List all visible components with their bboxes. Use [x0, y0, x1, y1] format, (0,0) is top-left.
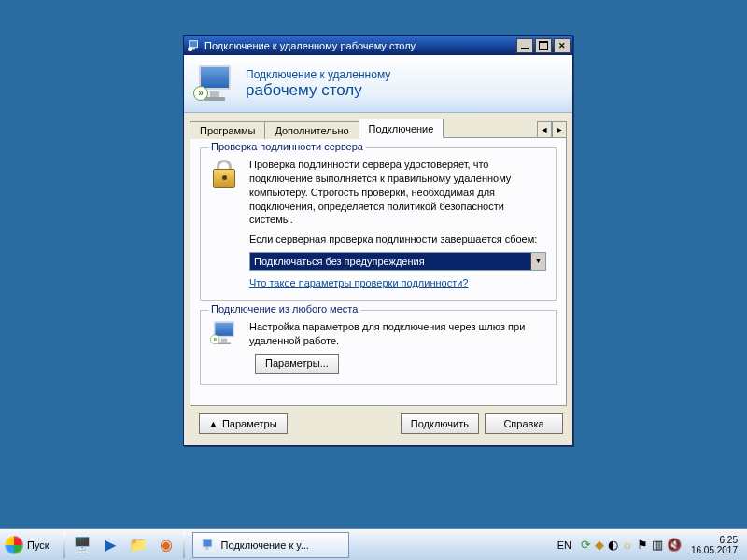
lock-icon	[210, 158, 242, 290]
tab-connection[interactable]: Подключение	[359, 119, 444, 138]
auth-description: Проверка подлинности сервера удостоверяе…	[249, 158, 546, 227]
chevron-down-icon: ▼	[530, 253, 545, 270]
tab-scroll: ◄ ►	[537, 121, 567, 138]
tray-app-icon[interactable]: ◆	[595, 538, 604, 552]
ql-firefox-icon[interactable]: ◉	[153, 532, 179, 558]
auth-help-link[interactable]: Что такое параметры проверки подлинности…	[249, 276, 468, 290]
dropdown-value: Подключаться без предупреждения	[250, 255, 530, 269]
system-tray: EN ⟳ ◆ ◐ ☼ ⚑ ▥ 🔇 6:25 16.05.2017	[554, 535, 743, 555]
banner-text: Подключение к удаленному рабочему столу	[246, 68, 390, 100]
tab-advanced[interactable]: Дополнительно	[264, 121, 359, 139]
tray-network-icon[interactable]: ▥	[652, 538, 663, 552]
rdp-gateway-icon: »	[210, 320, 242, 374]
group-server-auth: Проверка подлинности сервера Проверка по…	[200, 147, 557, 301]
titlebar-buttons	[516, 38, 571, 53]
anywhere-description: Настройка параметров для подключения чер…	[249, 320, 546, 348]
banner-line1: Подключение к удаленному	[246, 68, 390, 81]
task-title: Подключение к у...	[221, 539, 309, 551]
ql-explorer-icon[interactable]: 📁	[125, 532, 151, 558]
taskbar: Пуск 🖥️ ▶ 📁 ◉ Подключение к у... EN ⟳ ◆ …	[0, 528, 747, 560]
tray-flag-icon[interactable]: ⚑	[637, 538, 648, 552]
separator	[63, 532, 65, 558]
tab-page-connection: Проверка подлинности сервера Проверка по…	[190, 137, 567, 406]
group-connect-anywhere: Подключение из любого места » Настройка …	[200, 310, 557, 385]
auth-fail-label: Если серверная проверка подлинности заве…	[249, 232, 546, 246]
chevron-up-icon: ▲	[209, 419, 218, 428]
tab-programs[interactable]: Программы	[190, 121, 265, 139]
tray-volume-icon[interactable]: 🔇	[667, 538, 682, 552]
options-label: Параметры	[222, 418, 277, 429]
banner: » Подключение к удаленному рабочему стол…	[184, 55, 572, 113]
rdp-window: » Подключение к удаленному рабочему стол…	[183, 35, 573, 446]
help-button[interactable]: Справка	[485, 413, 563, 434]
tray-sun-icon[interactable]: ☼	[622, 538, 633, 552]
group-server-auth-caption: Проверка подлинности сервера	[208, 141, 366, 152]
window-title: Подключение к удаленному рабочему столу	[204, 40, 516, 51]
windows-orb-icon	[5, 536, 23, 554]
tab-scroll-right[interactable]: ►	[552, 121, 567, 138]
app-icon: »	[188, 39, 201, 52]
tray-icons: ⟳ ◆ ◐ ☼ ⚑ ▥ 🔇	[581, 538, 682, 552]
auth-fail-dropdown[interactable]: Подключаться без предупреждения ▼	[249, 252, 546, 271]
group-anywhere-caption: Подключение из любого места	[208, 303, 360, 315]
rdp-monitor-icon: »	[193, 63, 238, 105]
dialog-footer: ▲ Параметры Подключить Справка	[190, 406, 567, 436]
separator	[183, 532, 185, 558]
client-area: Программы Дополнительно Подключение ◄ ► …	[184, 113, 572, 445]
options-toggle-button[interactable]: ▲ Параметры	[199, 413, 288, 434]
start-label: Пуск	[27, 539, 49, 551]
svg-rect-5	[205, 547, 209, 550]
svg-rect-4	[203, 539, 212, 547]
start-button[interactable]: Пуск	[0, 531, 60, 559]
clock-date: 16.05.2017	[691, 545, 738, 555]
connect-button[interactable]: Подключить	[401, 413, 479, 434]
tab-strip: Программы Дополнительно Подключение ◄ ►	[190, 119, 567, 138]
task-icon	[201, 538, 216, 553]
clock-time: 6:25	[691, 535, 738, 545]
lang-indicator[interactable]: EN	[554, 539, 575, 551]
minimize-button[interactable]	[516, 38, 533, 53]
taskbar-task-rdp[interactable]: Подключение к у...	[192, 532, 349, 558]
close-button[interactable]	[554, 38, 571, 53]
gateway-params-button[interactable]: Параметры...	[255, 354, 339, 374]
ql-powershell-icon[interactable]: ▶	[97, 532, 123, 558]
tab-scroll-left[interactable]: ◄	[537, 121, 552, 138]
banner-line2: рабочему столу	[246, 81, 390, 100]
tray-security-icon[interactable]: ◐	[608, 538, 618, 552]
quick-launch: 🖥️ ▶ 📁 ◉	[69, 532, 179, 558]
titlebar[interactable]: » Подключение к удаленному рабочему стол…	[184, 36, 572, 55]
ql-server-manager-icon[interactable]: 🖥️	[69, 532, 95, 558]
tray-refresh-icon[interactable]: ⟳	[581, 538, 591, 552]
tray-clock[interactable]: 6:25 16.05.2017	[687, 535, 741, 555]
maximize-button[interactable]	[535, 38, 552, 53]
